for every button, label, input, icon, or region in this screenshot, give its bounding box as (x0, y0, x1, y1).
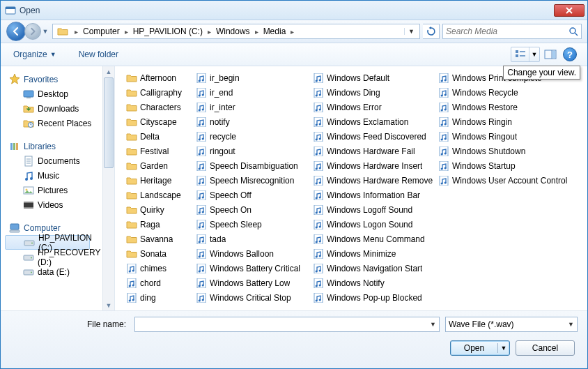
chevron-right-icon[interactable]: ▸ (288, 28, 296, 36)
list-item[interactable]: ir_end (194, 85, 311, 100)
list-item[interactable]: Windows Balloon (194, 246, 311, 261)
chevron-down-icon[interactable]: ▼ (529, 47, 539, 61)
search-box[interactable] (442, 24, 582, 39)
filetype-combobox[interactable]: Wave File (*.wav) ▼ (445, 317, 578, 332)
list-item[interactable]: Heritage (125, 173, 194, 188)
refresh-button[interactable] (423, 24, 440, 39)
tree-item[interactable]: 6 14">Downloads (5, 101, 102, 116)
list-item[interactable]: Speech On (194, 202, 311, 217)
list-item[interactable]: Windows Hardware Insert (311, 158, 437, 173)
list-item[interactable]: Calligraphy (125, 85, 194, 100)
list-item[interactable]: Windows Battery Low (194, 276, 311, 290)
list-item[interactable]: Afternoon (125, 70, 194, 85)
tree-item[interactable]: Videos (5, 197, 102, 212)
close-button[interactable] (554, 4, 585, 17)
list-item[interactable]: Festival (125, 144, 194, 158)
open-button[interactable]: Open ▼ (450, 340, 510, 356)
list-item[interactable]: Savanna (125, 232, 194, 246)
breadcrumb-seg[interactable]: Computer (80, 24, 123, 38)
tree-item[interactable]: Pictures (5, 183, 102, 197)
list-item[interactable]: tada (194, 232, 311, 246)
back-button[interactable] (6, 22, 26, 41)
list-item[interactable]: Windows Shutdown (437, 144, 576, 158)
list-item[interactable]: Windows Error (311, 100, 437, 114)
chevron-right-icon[interactable]: ▸ (253, 28, 261, 36)
organize-dropdown[interactable]: Organize ▼ (9, 47, 61, 61)
list-item[interactable]: Windows Startup (437, 158, 576, 173)
filename-combobox[interactable]: ▼ (134, 317, 440, 332)
list-item[interactable]: Cityscape (125, 114, 194, 129)
list-item[interactable]: notify (194, 114, 311, 129)
tree-item[interactable]: Desktop (5, 86, 102, 101)
chevron-right-icon[interactable]: ▸ (206, 28, 213, 36)
list-item[interactable]: Windows Ringin (437, 114, 576, 129)
list-item[interactable]: Windows Default (311, 70, 437, 85)
list-item[interactable]: Windows Feed Discovered (311, 129, 437, 144)
list-item[interactable]: ir_inter (194, 100, 311, 114)
breadcrumb-bar[interactable]: ▸ Computer ▸ HP_PAVILION (C:) ▸ Windows … (52, 24, 420, 39)
tree-item[interactable]: Libraries (5, 139, 102, 153)
list-item[interactable]: Windows Ringout (437, 129, 576, 144)
nav-history-dropdown[interactable]: ▼ (41, 28, 49, 35)
list-item[interactable]: Windows Navigation Start (311, 261, 437, 276)
scrollbar-thumb[interactable] (104, 77, 114, 168)
chevron-down-icon[interactable]: ▼ (568, 321, 574, 328)
list-item[interactable]: Landscape (125, 188, 194, 202)
list-item[interactable]: chimes (125, 261, 194, 276)
list-item[interactable]: Windows Logon Sound (311, 217, 437, 232)
list-item[interactable]: Windows Restore (437, 100, 576, 114)
tree-item[interactable]: Favorites (5, 72, 102, 86)
list-item[interactable]: Windows Ding (311, 85, 437, 100)
open-button-dropdown[interactable]: ▼ (498, 345, 509, 352)
scroll-down-icon[interactable]: ▼ (103, 300, 114, 310)
list-item[interactable]: ringout (194, 144, 311, 158)
new-folder-button[interactable]: New folder (75, 47, 123, 61)
cancel-button[interactable]: Cancel (516, 340, 575, 356)
preview-pane-button[interactable] (541, 47, 559, 62)
list-item[interactable]: Windows Information Bar (311, 188, 437, 202)
list-item[interactable]: Windows Battery Critical (194, 261, 311, 276)
list-item[interactable]: Windows Minimize (311, 246, 437, 261)
list-item[interactable]: Windows Pop-up Blocked (311, 290, 437, 305)
list-item[interactable]: Garden (125, 158, 194, 173)
list-item[interactable]: ding (125, 290, 194, 305)
list-item[interactable]: Raga (125, 217, 194, 232)
list-item[interactable]: ir_begin (194, 70, 311, 85)
list-item[interactable]: Speech Misrecognition (194, 173, 311, 188)
tree-item[interactable]: HP_RECOVERY (D:) (5, 250, 102, 264)
list-item[interactable]: Windows User Account Control (437, 173, 576, 188)
list-item[interactable]: Windows Menu Command (311, 232, 437, 246)
list-item[interactable]: Windows Exclamation (311, 114, 437, 129)
list-item[interactable]: Speech Disambiguation (194, 158, 311, 173)
chevron-right-icon[interactable]: ▸ (123, 28, 130, 36)
chevron-right-icon[interactable]: ▸ (72, 28, 80, 36)
help-button[interactable]: ? (561, 47, 579, 62)
list-item[interactable]: Windows Logoff Sound (311, 202, 437, 217)
list-item[interactable]: Delta (125, 129, 194, 144)
search-input[interactable] (446, 27, 568, 36)
list-item[interactable]: chord (125, 276, 194, 290)
list-item[interactable]: Windows Notify (311, 276, 437, 290)
list-item[interactable]: recycle (194, 129, 311, 144)
list-item[interactable]: Speech Off (194, 188, 311, 202)
views-button[interactable]: ▼ (511, 47, 540, 62)
list-item[interactable]: Windows Recycle (437, 85, 576, 100)
tree-item[interactable]: Music (5, 168, 102, 183)
list-item[interactable]: Windows Critical Stop (194, 290, 311, 305)
scroll-up-icon[interactable]: ▲ (103, 66, 114, 77)
list-item[interactable]: Characters (125, 100, 194, 114)
list-item[interactable]: Quirky (125, 202, 194, 217)
file-list-pane[interactable]: AfternoonCalligraphyCharactersCityscapeD… (115, 66, 587, 310)
tree-item[interactable]: 6 14">Recent Places (5, 116, 102, 130)
breadcrumb-seg[interactable]: Windows (213, 24, 253, 38)
forward-button[interactable] (24, 23, 41, 40)
breadcrumb-seg[interactable]: HP_PAVILION (C:) (130, 24, 206, 38)
list-item[interactable]: Speech Sleep (194, 217, 311, 232)
chevron-down-icon[interactable]: ▼ (430, 321, 436, 328)
list-item[interactable]: Sonata (125, 246, 194, 261)
sidebar-scrollbar[interactable]: ▲ ▼ (102, 66, 114, 310)
list-item[interactable]: Windows Hardware Fail (311, 144, 437, 158)
breadcrumb-dropdown[interactable]: ▼ (404, 28, 418, 35)
breadcrumb-seg[interactable]: Media (261, 24, 289, 38)
tree-item[interactable]: Documents (5, 153, 102, 168)
